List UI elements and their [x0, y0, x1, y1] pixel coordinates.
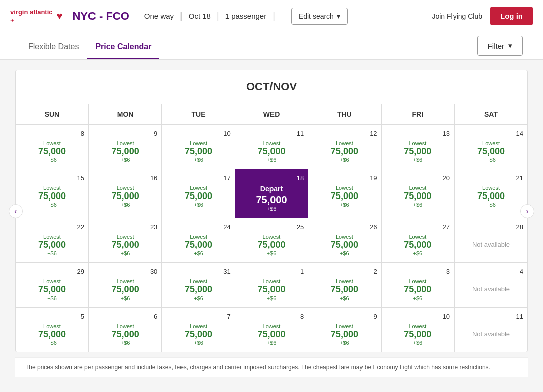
table-row: 8 Lowest 75,000 +$6 9 Lowest 75,000 +$6 …: [16, 125, 527, 169]
calendar-cell-nov5[interactable]: 5 Lowest 75,000 +$6: [16, 308, 88, 352]
calendar-cell-oct21[interactable]: 21 Lowest 75,000 +$6: [455, 169, 527, 218]
calendar-cell-oct30[interactable]: 30 Lowest 75,000 +$6: [88, 263, 161, 308]
col-sat: SAT: [455, 104, 527, 125]
table-row: 22 Lowest 75,000 +$6 23 Lowest 75,000 +$…: [16, 218, 527, 263]
col-mon: MON: [88, 104, 161, 125]
edit-search-button[interactable]: Edit search ▾: [291, 8, 348, 25]
tabs-area: Flexible Dates Price Calendar Filter ▾: [0, 32, 543, 60]
calendar-cell-nov1[interactable]: 1 Lowest 75,000 +$6: [235, 263, 308, 308]
table-row: 29 Lowest 75,000 +$6 30 Lowest 75,000 +$…: [16, 263, 527, 308]
sep1: |: [180, 11, 183, 21]
calendar-cell-oct13[interactable]: 13 Lowest 75,000 +$6: [381, 125, 454, 169]
calendar-cell-nov7[interactable]: 7 Lowest 75,000 +$6: [162, 308, 235, 352]
calendar-title: OCT/NOV: [16, 70, 527, 104]
logo-area: virgin atlantic✈ ♥: [10, 8, 62, 24]
calendar-cell-oct17[interactable]: 17 Lowest 75,000 +$6: [162, 169, 235, 218]
calendar-cell-oct24[interactable]: 24 Lowest 75,000 +$6: [162, 218, 235, 263]
col-fri: FRI: [381, 104, 454, 125]
next-month-button[interactable]: ›: [520, 204, 534, 218]
calendar-table: SUN MON TUE WED THU FRI SAT 8 Lowest 75,…: [16, 104, 527, 352]
chevron-down-icon: ▾: [337, 12, 340, 20]
calendar-cell-nov10[interactable]: 10 Lowest 75,000 +$6: [381, 308, 454, 352]
calendar-cell-oct11[interactable]: 11 Lowest 75,000 +$6: [235, 125, 308, 169]
chevron-down-icon: ▾: [508, 41, 512, 50]
trip-date: Oct 18: [189, 12, 211, 20]
trip-type: One way: [144, 12, 174, 20]
login-button[interactable]: Log in: [490, 7, 533, 25]
calendar-cell-oct12[interactable]: 12 Lowest 75,000 +$6: [308, 125, 381, 169]
calendar-container: OCT/NOV ‹ › SUN MON TUE WED THU FRI SAT: [15, 70, 528, 352]
footer-note: The prices shown are per passenger and i…: [15, 357, 528, 377]
col-tue: TUE: [162, 104, 235, 125]
header-middle: One way | Oct 18 | 1 passenger | Edit se…: [144, 8, 432, 25]
prev-month-button[interactable]: ‹: [9, 204, 23, 218]
calendar-cell-nov11[interactable]: 11 Not available: [455, 308, 527, 352]
calendar-cell-oct10[interactable]: 10 Lowest 75,000 +$6: [162, 125, 235, 169]
calendar-cell-nov2[interactable]: 2 Lowest 75,000 +$6: [308, 263, 381, 308]
join-flying-club-link[interactable]: Join Flying Club: [432, 12, 482, 20]
calendar-cell-oct25[interactable]: 25 Lowest 75,000 +$6: [235, 218, 308, 263]
col-thu: THU: [308, 104, 381, 125]
calendar-cell-nov8[interactable]: 8 Lowest 75,000 +$6: [235, 308, 308, 352]
col-sun: SUN: [16, 104, 88, 125]
filter-label: Filter: [488, 42, 504, 50]
calendar-cell-oct26[interactable]: 26 Lowest 75,000 +$6: [308, 218, 381, 263]
calendar-cell-nov4[interactable]: 4 Not available: [455, 263, 527, 308]
calendar-cell-oct27[interactable]: 27 Lowest 75,000 +$6: [381, 218, 454, 263]
sep2: |: [217, 11, 219, 21]
header: virgin atlantic✈ ♥ NYC - FCO One way | O…: [0, 0, 543, 32]
calendar-cell-nov3[interactable]: 3 Lowest 75,000 +$6: [381, 263, 454, 308]
calendar-cell-oct16[interactable]: 16 Lowest 75,000 +$6: [88, 169, 161, 218]
tab-price-calendar[interactable]: Price Calendar: [87, 32, 159, 59]
calendar-cell-oct8[interactable]: 8 Lowest 75,000 +$6: [16, 125, 88, 169]
calendar-cell-oct15[interactable]: 15 Lowest 75,000 +$6: [16, 169, 88, 218]
calendar-cell-oct31[interactable]: 31 Lowest 75,000 +$6: [162, 263, 235, 308]
calendar-cell-nov9[interactable]: 9 Lowest 75,000 +$6: [308, 308, 381, 352]
calendar-cell-oct20[interactable]: 20 Lowest 75,000 +$6: [381, 169, 454, 218]
calendar-cell-oct28[interactable]: 28 Not available: [455, 218, 527, 263]
route-title: NYC - FCO: [72, 10, 129, 23]
calendar-cell-oct18-selected[interactable]: 18 Depart 75,000 +$6: [235, 169, 308, 218]
tabs: Flexible Dates Price Calendar: [20, 32, 159, 59]
filter-button[interactable]: Filter ▾: [477, 36, 523, 56]
sep3: |: [273, 11, 275, 21]
calendar-cell-oct23[interactable]: 23 Lowest 75,000 +$6: [88, 218, 161, 263]
calendar-cell-oct14[interactable]: 14 Lowest 75,000 +$6: [455, 125, 527, 169]
passengers: 1 passenger: [225, 12, 267, 20]
tab-flexible-dates[interactable]: Flexible Dates: [20, 32, 87, 59]
edit-search-label: Edit search: [299, 12, 334, 20]
header-right: Join Flying Club Log in: [432, 7, 533, 25]
logo-icon: ♥: [57, 10, 63, 22]
calendar-cell-oct19[interactable]: 19 Lowest 75,000 +$6: [308, 169, 381, 218]
table-row: 5 Lowest 75,000 +$6 6 Lowest 75,000 +$6 …: [16, 308, 527, 352]
logo-text: virgin atlantic✈: [10, 8, 53, 24]
calendar-cell-oct9[interactable]: 9 Lowest 75,000 +$6: [88, 125, 161, 169]
main-content: OCT/NOV ‹ › SUN MON TUE WED THU FRI SAT: [0, 60, 543, 387]
calendar-cell-nov6[interactable]: 6 Lowest 75,000 +$6: [88, 308, 161, 352]
table-row: 15 Lowest 75,000 +$6 16 Lowest 75,000 +$…: [16, 169, 527, 218]
calendar-cell-oct22[interactable]: 22 Lowest 75,000 +$6: [16, 218, 88, 263]
calendar-cell-oct29[interactable]: 29 Lowest 75,000 +$6: [16, 263, 88, 308]
col-wed: WED: [235, 104, 308, 125]
